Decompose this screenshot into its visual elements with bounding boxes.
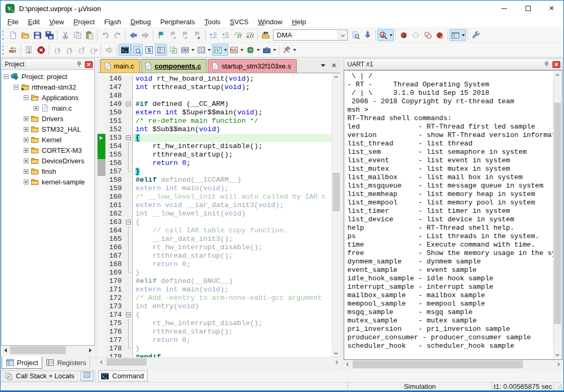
copy-button[interactable] (71, 29, 83, 41)
maximize-button[interactable] (516, 1, 540, 16)
debug-restore-views-button[interactable] (450, 29, 466, 41)
scroll-right-arrow[interactable] (86, 346, 95, 355)
tree-item-drivers[interactable]: +Drivers (2, 113, 94, 124)
resize-grip[interactable] (557, 384, 562, 389)
tree-item-devicedrivers[interactable]: +DeviceDrivers (2, 155, 94, 166)
collapse-icon[interactable]: − (14, 85, 18, 90)
expand-icon[interactable]: + (24, 148, 28, 153)
kill-all-breakpoints-button[interactable] (434, 29, 446, 41)
code-line[interactable]: 160/* __low_level_init will auto called … (98, 193, 341, 201)
code-line[interactable]: 165 __iar_data_init3(); (98, 235, 341, 243)
navigate-back-button[interactable] (127, 29, 139, 41)
scroll-up-arrow[interactable] (553, 71, 561, 80)
expand-icon[interactable]: + (24, 138, 28, 142)
tree-item-stm32-hal[interactable]: +STM32_HAL (2, 124, 94, 134)
toggle-bookmark-button[interactable] (155, 29, 167, 41)
menu-flash[interactable]: Flash (100, 17, 126, 27)
scroll-thumb[interactable] (10, 346, 66, 354)
menu-tools[interactable]: Tools (200, 17, 225, 27)
collapse-icon[interactable]: − (4, 74, 8, 79)
expand-icon[interactable]: + (34, 106, 38, 111)
tree-item-project-project[interactable]: −Project: project (2, 71, 94, 82)
code-line[interactable]: 151/* re-define main function */ (98, 117, 341, 125)
code-line[interactable]: 163−{ (98, 218, 341, 227)
step-into-button[interactable]: {} (51, 44, 63, 56)
collapse-icon[interactable]: − (24, 95, 28, 100)
expand-icon[interactable]: + (24, 180, 28, 184)
system-viewer-button[interactable] (245, 44, 261, 56)
minimize-button[interactable] (492, 1, 516, 16)
toolbox-button[interactable] (261, 44, 277, 56)
tree-item-finsh[interactable]: +finsh (2, 166, 94, 177)
scroll-thumb[interactable] (554, 103, 561, 324)
code-line[interactable]: 153−{ (98, 134, 341, 142)
code-line[interactable]: 179#endif (98, 353, 341, 357)
toolbar-drag-handle[interactable] (2, 31, 5, 40)
panel-tab-project[interactable]: Project (2, 356, 42, 369)
find-button[interactable] (349, 29, 362, 41)
call-stack-locals-tab[interactable]: Call Stack + Locals (2, 370, 95, 381)
tree-item-kernel-sample[interactable]: +kernel-sample (2, 177, 94, 187)
expand-icon[interactable]: + (24, 127, 28, 132)
code-line[interactable]: 173int entry(void) (98, 302, 341, 311)
scroll-right-arrow[interactable] (553, 360, 562, 369)
scroll-left-arrow[interactable] (344, 360, 353, 369)
menu-debug[interactable]: Debug (126, 17, 155, 27)
code-line[interactable]: 155 rtthread_startup(); (98, 151, 341, 159)
code-line[interactable]: 174−{ (98, 311, 341, 319)
code-line[interactable]: 177 return 0; (98, 336, 341, 345)
code-line[interactable]: 171extern int main(void); (98, 286, 341, 294)
save-all-button[interactable] (43, 29, 55, 41)
code-line[interactable]: 178} (98, 345, 341, 353)
configure-target-options-button[interactable] (470, 29, 482, 41)
code-area[interactable]: 146void rt_hw_board_init(void);147int rt… (98, 73, 341, 357)
code-line[interactable]: 170#elif defined(__GNUC__) (98, 277, 341, 286)
fold-collapse-icon[interactable]: − (126, 102, 131, 106)
code-line[interactable]: 167 rtthread_startup(); (98, 252, 341, 260)
code-line[interactable]: 154 rt_hw_interrupt_disable(); (98, 142, 341, 151)
code-line[interactable]: 169} (98, 269, 341, 277)
next-bookmark-button[interactable] (167, 29, 179, 41)
dropdown-arrow-icon[interactable] (240, 49, 244, 51)
analysis-windows-button[interactable] (228, 44, 245, 56)
dropdown-arrow-icon[interactable] (390, 34, 393, 36)
code-line[interactable]: 164 // call IAR table copy function. (98, 227, 341, 235)
memory-window-button[interactable] (81, 371, 93, 381)
scroll-down-arrow[interactable] (332, 348, 341, 357)
editor-tab-startup-stm32f103xe-s[interactable]: startup_stm32f103xe.s (208, 59, 297, 73)
registers-window-button[interactable] (155, 44, 167, 56)
code-line[interactable]: 158#elif defined(__ICCARM__) (98, 176, 341, 184)
paste-button[interactable] (83, 29, 95, 41)
editor-vscrollbar[interactable] (332, 73, 341, 357)
code-line[interactable]: 162int __low_level_init(void) (98, 210, 341, 218)
scroll-down-arrow[interactable] (553, 350, 561, 359)
scroll-thumb[interactable] (106, 358, 147, 366)
clear-all-bookmarks-button[interactable] (191, 29, 203, 41)
expand-icon[interactable]: + (24, 116, 28, 121)
menu-help[interactable]: Help (287, 17, 311, 27)
dropdown-arrow-icon[interactable] (257, 49, 260, 51)
code-line[interactable]: 156 return 0; (98, 159, 341, 168)
scroll-left-arrow[interactable] (1, 346, 10, 355)
cut-button[interactable] (59, 29, 71, 41)
undo-button[interactable] (99, 29, 111, 41)
dropdown-arrow-icon[interactable] (293, 49, 296, 51)
tab-list-dropdown-icon[interactable] (321, 64, 325, 67)
debug-tools-button[interactable] (281, 44, 297, 56)
dropdown-arrow-icon[interactable] (224, 49, 227, 51)
serial-windows-button[interactable] (212, 44, 228, 56)
insert-remove-breakpoint-button[interactable] (397, 29, 410, 41)
start-stop-debug-session-button[interactable]: d (377, 29, 394, 41)
scroll-thumb[interactable] (333, 173, 340, 211)
reset-cpu-button[interactable]: RST (7, 44, 19, 56)
toolbar-drag-handle[interactable] (2, 45, 5, 55)
show-next-statement-button[interactable] (23, 44, 35, 56)
dropdown-arrow-icon[interactable] (273, 49, 276, 51)
comment-selection-button[interactable] (231, 29, 244, 41)
uart-vscrollbar[interactable] (553, 71, 561, 359)
go-run-button[interactable] (103, 44, 115, 56)
uart-panel-close-icon[interactable]: ✕ (552, 61, 560, 68)
code-line[interactable]: 172/* Add -eentry to arm-none-eabi-gcc a… (98, 294, 341, 302)
memory-windows-button[interactable] (196, 44, 212, 56)
editor-tab-main-c[interactable]: main.c (100, 59, 140, 73)
